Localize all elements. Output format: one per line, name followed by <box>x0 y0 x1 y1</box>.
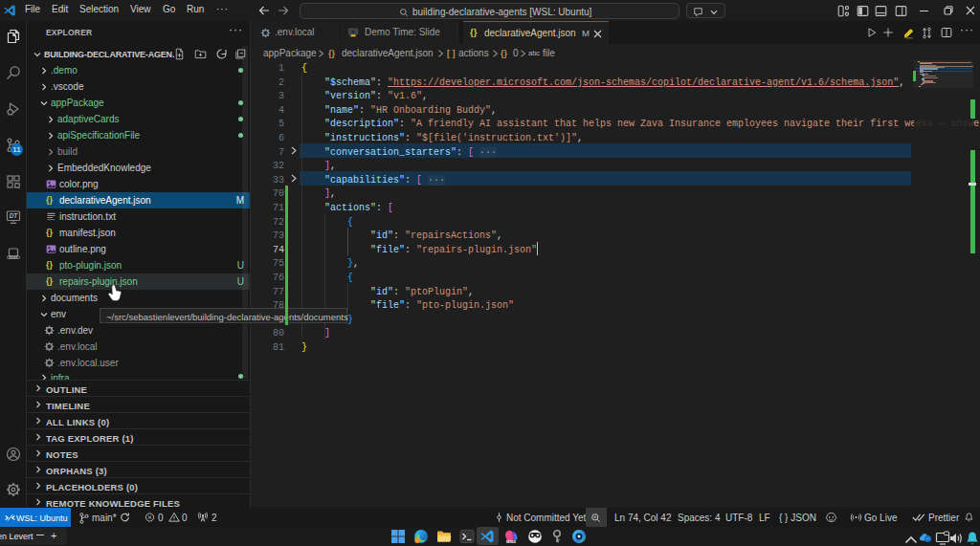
svg-text:DT: DT <box>10 212 19 219</box>
svg-text:M365: M365 <box>506 539 517 544</box>
svg-text:M365: M365 <box>10 255 18 259</box>
